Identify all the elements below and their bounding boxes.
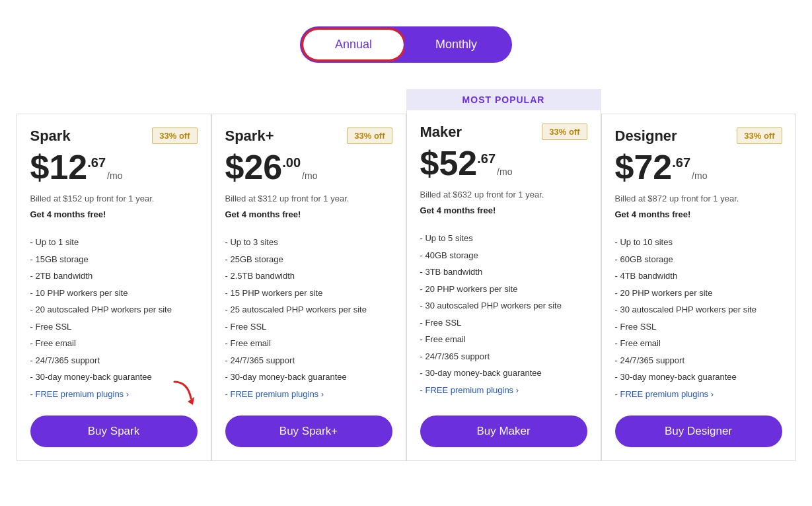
monthly-toggle-btn[interactable]: Monthly: [404, 30, 509, 59]
list-item: - Free email: [225, 335, 392, 352]
price-main-spark-plus: $26: [225, 150, 283, 184]
plan-column-spark-plus: Spark+33% off$26.00/moBilled at $312 up …: [211, 89, 406, 461]
list-item: - 2.5TB bandwidth: [225, 268, 392, 285]
list-item: - 25GB storage: [225, 251, 392, 268]
plan-price-designer: $72.67/mo: [615, 150, 782, 184]
price-main-maker: $52: [420, 146, 478, 180]
list-item: - 4TB bandwidth: [615, 268, 782, 285]
discount-badge-spark-plus: 33% off: [347, 127, 392, 144]
plan-price-spark-plus: $26.00/mo: [225, 150, 392, 184]
promo-text-designer: Get 4 months free!: [615, 208, 782, 221]
plan-name-maker: Maker: [420, 124, 462, 141]
list-item: - 25 autoscaled PHP workers per site: [225, 301, 392, 318]
features-list-spark-plus: - Up to 3 sites- 25GB storage- 2.5TB ban…: [225, 234, 392, 402]
price-period-spark-plus: /mo: [302, 170, 317, 181]
list-item: - Up to 10 sites: [615, 234, 782, 251]
plan-name-designer: Designer: [615, 127, 677, 145]
plan-card-maker: Maker33% off$52.67/moBilled at $632 up f…: [406, 110, 601, 461]
plan-header-designer: Designer33% off: [615, 127, 782, 145]
list-item: - Free SSL: [615, 318, 782, 336]
plan-name-spark-plus: Spark+: [225, 127, 274, 145]
list-item: - Free SSL: [30, 318, 198, 336]
plan-header-maker: Maker33% off: [420, 124, 587, 141]
list-item: - Free email: [30, 335, 198, 352]
plan-column-maker: MOST POPULARMaker33% off$52.67/moBilled …: [406, 89, 601, 461]
list-item: - 30-day money-back guarantee: [420, 365, 587, 382]
list-item: - 20 PHP workers per site: [615, 285, 782, 302]
plan-header-spark: Spark33% off: [30, 127, 198, 145]
buy-btn-spark-plus[interactable]: Buy Spark+: [225, 416, 392, 447]
features-list-spark: - Up to 1 site- 15GB storage- 2TB bandwi…: [30, 234, 198, 402]
list-item: - 3TB bandwidth: [420, 264, 587, 281]
billing-info-spark-plus: Billed at $312 up front for 1 year.: [225, 192, 392, 205]
price-cents-designer: .67: [672, 155, 690, 170]
list-item: - Free email: [615, 335, 782, 352]
discount-badge-spark: 33% off: [152, 127, 197, 144]
list-item: - Free SSL: [225, 318, 392, 336]
billing-info-designer: Billed at $872 up front for 1 year.: [615, 192, 782, 205]
buy-btn-spark[interactable]: Buy Spark: [30, 416, 198, 447]
promo-text-maker: Get 4 months free!: [420, 204, 587, 217]
price-cents-spark: .67: [87, 155, 106, 170]
billing-info-maker: Billed at $632 up front for 1 year.: [420, 188, 587, 201]
list-item: - 24/7/365 support: [30, 352, 198, 369]
list-item: - 24/7/365 support: [225, 352, 392, 369]
arrow-decoration: [168, 379, 201, 417]
list-item: - 20 PHP workers per site: [420, 281, 587, 298]
price-main-designer: $72: [615, 150, 673, 184]
plan-price-spark: $12.67/mo: [30, 150, 198, 184]
list-item: - 40GB storage: [420, 247, 587, 264]
plan-card-spark: Spark33% off$12.67/moBilled at $152 up f…: [17, 114, 211, 461]
list-item: - 20 autoscaled PHP workers per site: [30, 301, 198, 318]
promo-text-spark: Get 4 months free!: [30, 208, 198, 221]
popular-spacer: [211, 89, 406, 114]
price-period-designer: /mo: [692, 170, 707, 181]
list-item: - 60GB storage: [615, 251, 782, 268]
billing-info-spark: Billed at $152 up front for 1 year.: [30, 192, 198, 205]
plans-grid: Spark33% off$12.67/moBilled at $152 up f…: [17, 89, 796, 461]
free-plugins-spark-plus[interactable]: - FREE premium plugins ›: [225, 386, 392, 403]
price-period-spark: /mo: [107, 170, 122, 181]
price-period-maker: /mo: [497, 166, 512, 177]
list-item: - 10 PHP workers per site: [30, 285, 198, 302]
promo-text-spark-plus: Get 4 months free!: [225, 208, 392, 221]
list-item: - 30 autoscaled PHP workers per site: [615, 301, 782, 318]
list-item: - Up to 1 site: [30, 234, 198, 251]
list-item: - Free SSL: [420, 314, 587, 332]
features-list-designer: - Up to 10 sites- 60GB storage- 4TB band…: [615, 234, 782, 402]
popular-spacer: [601, 89, 796, 114]
price-cents-maker: .67: [477, 151, 496, 166]
toggle-wrapper: Annual Monthly: [300, 26, 512, 63]
list-item: - Up to 3 sites: [225, 234, 392, 251]
list-item: - 30-day money-back guarantee: [225, 369, 392, 386]
price-cents-spark-plus: .00: [282, 155, 301, 170]
list-item: - Free email: [420, 331, 587, 348]
list-item: - 15GB storage: [30, 251, 198, 268]
plan-column-spark: Spark33% off$12.67/moBilled at $152 up f…: [17, 89, 211, 461]
billing-toggle: Annual Monthly: [13, 26, 799, 63]
list-item: - 2TB bandwidth: [30, 268, 198, 285]
list-item: - 30 autoscaled PHP workers per site: [420, 297, 587, 314]
discount-badge-designer: 33% off: [737, 127, 782, 144]
plan-name-spark: Spark: [30, 127, 71, 145]
features-list-maker: - Up to 5 sites- 40GB storage- 3TB bandw…: [420, 230, 587, 402]
buy-btn-maker[interactable]: Buy Maker: [420, 416, 587, 447]
free-plugins-designer[interactable]: - FREE premium plugins ›: [615, 386, 782, 403]
list-item: - 24/7/365 support: [615, 352, 782, 369]
plan-price-maker: $52.67/mo: [420, 146, 587, 180]
list-item: - Up to 5 sites: [420, 230, 587, 247]
buy-btn-designer[interactable]: Buy Designer: [615, 416, 782, 447]
list-item: - 15 PHP workers per site: [225, 285, 392, 302]
plan-card-spark-plus: Spark+33% off$26.00/moBilled at $312 up …: [211, 114, 406, 461]
plan-column-designer: Designer33% off$72.67/moBilled at $872 u…: [601, 89, 796, 461]
plan-card-designer: Designer33% off$72.67/moBilled at $872 u…: [601, 114, 796, 461]
price-main-spark: $12: [30, 150, 88, 184]
plan-header-spark-plus: Spark+33% off: [225, 127, 392, 145]
discount-badge-maker: 33% off: [542, 124, 587, 140]
list-item: - 24/7/365 support: [420, 348, 587, 365]
annual-toggle-btn[interactable]: Annual: [303, 30, 404, 59]
list-item: - 30-day money-back guarantee: [615, 369, 782, 386]
most-popular-badge: MOST POPULAR: [406, 89, 601, 110]
free-plugins-maker[interactable]: - FREE premium plugins ›: [420, 382, 587, 399]
popular-spacer: [17, 89, 211, 114]
